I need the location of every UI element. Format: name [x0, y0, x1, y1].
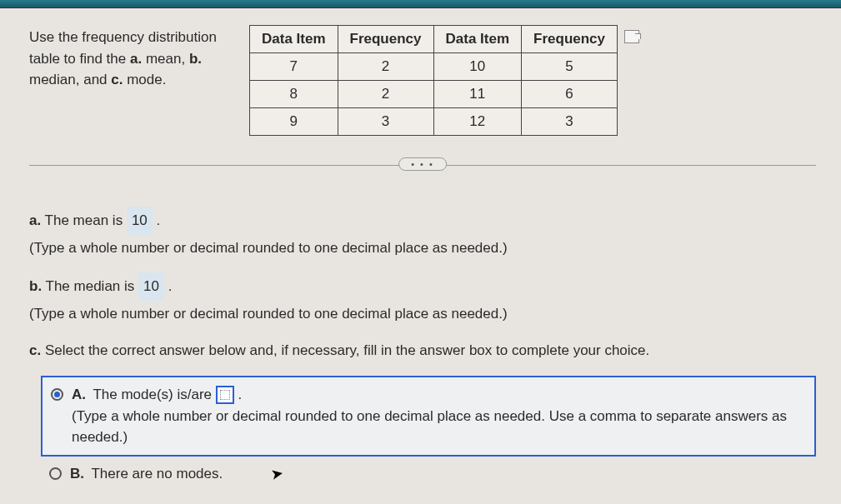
- prompt-mid-a: mean,: [142, 51, 189, 67]
- part-b-text2: .: [164, 278, 172, 294]
- question-content: Use the frequency distribution table to …: [0, 8, 841, 499]
- prompt-bold-c: c.: [111, 72, 123, 87]
- col-header: Data Item: [433, 26, 522, 53]
- part-c-label: c.: [29, 342, 41, 358]
- choice-a-label: A.: [72, 387, 86, 402]
- multiple-choice: A. The mode(s) is/are . (Type a whole nu…: [41, 376, 816, 491]
- part-a-hint: (Type a whole number or decimal rounded …: [29, 240, 508, 256]
- median-answer-field[interactable]: 10: [138, 272, 164, 301]
- table-cell: 2: [338, 81, 433, 108]
- question-prompt: Use the frequency distribution table to …: [29, 25, 246, 91]
- prompt-bold-a: a.: [130, 51, 142, 67]
- table-row: 7 2 10 5: [250, 53, 618, 81]
- part-b-text1: The median is: [42, 278, 138, 294]
- part-a: a. The mean is 10 . (Type a whole number…: [29, 207, 816, 262]
- table-cell: 6: [522, 81, 618, 108]
- choice-a-text2: .: [238, 387, 243, 402]
- prompt-bold-b: b.: [189, 51, 202, 67]
- prompt-mid-b: median, and: [29, 72, 111, 87]
- table-cell: 9: [250, 108, 338, 136]
- section-divider: • • •: [29, 165, 816, 182]
- table-cell: 7: [250, 53, 338, 81]
- table-cell: 11: [433, 81, 522, 108]
- table-header-row: Data Item Frequency Data Item Frequency: [250, 26, 618, 53]
- table-row: 9 3 12 3: [250, 108, 618, 136]
- popout-icon[interactable]: [624, 30, 639, 43]
- part-a-text2: .: [153, 212, 160, 228]
- col-header: Frequency: [338, 26, 433, 53]
- mode-answer-input[interactable]: [216, 386, 234, 404]
- choice-b-body: B. There are no modes.: [70, 463, 223, 485]
- choice-b-text: There are no modes.: [91, 466, 223, 482]
- table-cell: 3: [338, 108, 433, 136]
- frequency-table: Data Item Frequency Data Item Frequency …: [249, 25, 618, 136]
- answers-section: a. The mean is 10 . (Type a whole number…: [29, 207, 816, 491]
- window-top-bar: [0, 0, 841, 8]
- choice-a-body: A. The mode(s) is/are . (Type a whole nu…: [72, 384, 806, 448]
- expand-dots-button[interactable]: • • •: [398, 157, 447, 171]
- prompt-end: mode.: [123, 72, 166, 87]
- table-cell: 5: [522, 53, 618, 81]
- table-cell: 2: [338, 53, 433, 81]
- part-c: c. Select the correct answer below and, …: [29, 337, 816, 364]
- part-a-label: a.: [29, 212, 41, 228]
- table-cell: 12: [433, 108, 522, 136]
- choice-b-label: B.: [70, 466, 84, 482]
- col-header: Frequency: [522, 26, 618, 53]
- choice-a-hint: (Type a whole number or decimal rounded …: [72, 408, 787, 446]
- part-c-text: Select the correct answer below and, if …: [41, 342, 649, 358]
- part-b-label: b.: [29, 278, 42, 294]
- choice-b-row[interactable]: B. There are no modes.: [41, 457, 816, 492]
- mean-answer-field[interactable]: 10: [127, 207, 153, 235]
- part-b: b. The median is 10 . (Type a whole numb…: [29, 272, 816, 328]
- table-row: 8 2 11 6: [250, 81, 618, 108]
- part-a-text1: The mean is: [41, 212, 127, 228]
- col-header: Data Item: [250, 26, 338, 53]
- question-top-row: Use the frequency distribution table to …: [29, 25, 816, 136]
- part-b-hint: (Type a whole number or decimal rounded …: [29, 306, 508, 322]
- choice-a-text1: The mode(s) is/are: [93, 387, 215, 402]
- radio-choice-b[interactable]: [49, 467, 62, 480]
- choice-a-row[interactable]: A. The mode(s) is/are . (Type a whole nu…: [41, 376, 816, 457]
- radio-choice-a[interactable]: [51, 388, 63, 401]
- table-cell: 3: [522, 108, 618, 136]
- table-cell: 8: [250, 81, 338, 108]
- table-cell: 10: [433, 53, 522, 81]
